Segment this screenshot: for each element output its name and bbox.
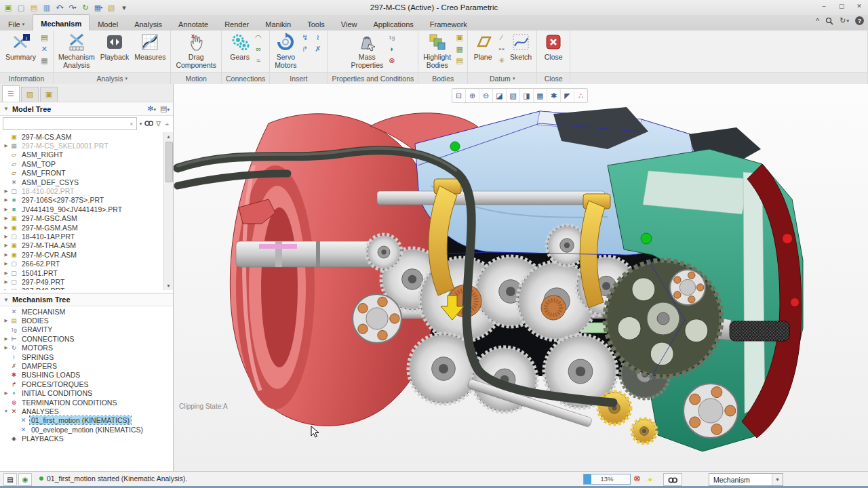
tab-manikin[interactable]: Manikin (257, 16, 299, 30)
tab-view[interactable]: View (333, 16, 366, 30)
tree-item-01-first-motion-kinematics-[interactable]: ✕01_first_motion (KINEMATICS) (0, 416, 173, 425)
cams-icon[interactable]: ◠ (254, 33, 264, 43)
expander-icon[interactable]: ▼ (3, 409, 9, 413)
web-browser-icon[interactable]: ◉ (18, 473, 32, 486)
component-info-icon[interactable]: ▤ (39, 33, 50, 43)
close-button[interactable]: Close (541, 31, 566, 62)
gear[interactable] (605, 260, 722, 377)
measure-tool-icon[interactable]: ✕ (39, 44, 50, 54)
expander-icon[interactable]: ▶ (3, 197, 9, 203)
tree-item-initial-conditions[interactable]: ▶◗INITIAL CONDITIONS (0, 389, 173, 398)
collapse-pane-icon[interactable]: ▼ (3, 297, 9, 303)
tree-item-asm-right[interactable]: ▱ASM_RIGHT (0, 150, 173, 159)
creo-icon[interactable]: ▣ (3, 2, 14, 13)
tree-item-297-106s-297-87s-prt[interactable]: ▶■297-106S<297-87S>.PRT (0, 196, 173, 205)
upper-shaft[interactable] (377, 191, 605, 205)
tree-item-297-p49-prt[interactable]: ▶▢297-P49.PRT (0, 277, 173, 286)
tree-item-connections[interactable]: ▶⊢CONNECTIONS (0, 334, 173, 343)
save-icon[interactable]: ▥ (41, 2, 52, 13)
drag-components-button[interactable]: xDrag Components (174, 31, 218, 70)
3d-contacts-icon[interactable]: ≈ (254, 56, 264, 66)
tree-item-asm-def-csys[interactable]: ✳ASM_DEF_CSYS (0, 178, 173, 186)
servo-motors-button[interactable]: Servo Motors (273, 31, 298, 70)
message-log-icon[interactable]: ▤ (3, 473, 17, 486)
point-icon[interactable]: ×× (496, 44, 507, 54)
summary-button[interactable]: iSummary (3, 31, 38, 62)
view-images-icon[interactable]: ▦ (534, 89, 547, 102)
redo-icon[interactable]: ↷▾ (67, 2, 78, 13)
windows-icon[interactable]: ▦▾ (93, 2, 104, 13)
expander-icon[interactable]: ▶ (3, 216, 9, 221)
tree-item-297-m-cvr-asm[interactable]: ▶▣297-M-CVR.ASM (0, 250, 173, 259)
saved-orientations-icon[interactable]: ◨ (520, 89, 534, 102)
mode-dropdown-icon[interactable]: ▼ (772, 474, 783, 485)
body-list-icon[interactable]: ▤ (454, 56, 465, 66)
model-tree-tab-icon[interactable]: ☰ (2, 85, 20, 102)
belts-icon[interactable]: ∞ (254, 44, 264, 54)
regenerate-icon[interactable]: ↻ (80, 2, 91, 13)
gravity-small-icon[interactable]: 1g (387, 33, 397, 43)
help-icon[interactable]: ? (855, 16, 864, 25)
expander-icon[interactable]: ▶ (3, 261, 9, 266)
springs-small-icon[interactable]: ≀ (313, 33, 323, 43)
filter-icon[interactable]: ∇ (156, 120, 161, 127)
bearing[interactable] (353, 294, 401, 343)
tree-item-analyses[interactable]: ▼✕ANALYSES (0, 407, 173, 415)
search-input[interactable] (3, 120, 127, 127)
sketch-button[interactable]: Sketch (508, 31, 534, 62)
expander-icon[interactable]: ▶ (3, 318, 9, 323)
tree-item-springs[interactable]: ≀SPRINGS (0, 352, 173, 361)
folder-browser-tab-icon[interactable]: ▨ (21, 87, 39, 102)
tree-item-bodies[interactable]: ▶▤BODIES (0, 316, 173, 325)
gear[interactable] (632, 419, 656, 443)
tree-item-266-62-prt[interactable]: ▶▢266-62.PRT (0, 259, 173, 268)
tree-item-motors[interactable]: ▶↻MOTORS (0, 344, 173, 352)
close-window-button[interactable]: ✕ (853, 1, 865, 11)
gears-button[interactable]: Gears (228, 31, 252, 62)
tree-item-18-410-1ap-prt[interactable]: ▶▢18-410-1AP.PRT (0, 232, 173, 241)
tree-item-15041-prt[interactable]: ▶▢15041.PRT (0, 268, 173, 277)
expander-icon[interactable]: ▶ (3, 336, 9, 342)
tree-item-dampers[interactable]: ✗DAMPERS (0, 361, 173, 370)
bearing[interactable] (670, 270, 705, 305)
tab-file[interactable]: File▾ (0, 16, 33, 30)
expander-icon[interactable]: ▶ (3, 207, 9, 212)
tab-applications[interactable]: Applications (365, 16, 421, 30)
tree-item-297-m-tha-asm[interactable]: ▶▣297-M-THA.ASM (0, 241, 173, 250)
tree-item-297-m-gsc-asm[interactable]: ▶▣297-M-GSC.ASM (0, 214, 173, 223)
customize-icon[interactable]: ▾ (119, 2, 130, 13)
display-style-icon[interactable]: ▧ (507, 89, 520, 102)
open-icon[interactable]: ▤ (28, 2, 39, 13)
restore-button[interactable]: ▢ (835, 1, 848, 11)
tab-mechanism[interactable]: Mechanism (33, 14, 90, 30)
tab-annotate[interactable]: Annotate (170, 16, 216, 30)
expander-icon[interactable]: ▶ (3, 390, 9, 396)
clear-icon[interactable]: × (127, 121, 136, 127)
tree-item-gravity[interactable]: 1gGRAVITY (0, 325, 173, 334)
tree-item-297-m-cs-skel0001-prt[interactable]: ▶▦297-M-CS_SKEL0001.PRT (0, 141, 173, 150)
mode-selector[interactable]: Mechanism ▼ (709, 473, 783, 486)
expander-icon[interactable]: ▶ (3, 188, 9, 194)
mass-properties-button[interactable]: Mass Properties (349, 31, 385, 70)
graphics-area[interactable]: ⊡⊕⊖◪▧◨▦✱◤∴ Clipping State:A (174, 84, 868, 471)
tab-tools[interactable]: Tools (299, 16, 333, 30)
expander-icon[interactable]: ▶ (3, 279, 9, 285)
expander-icon[interactable]: ▶ (3, 288, 9, 290)
repaint-icon[interactable]: ◪ (493, 89, 507, 102)
expander-icon[interactable]: ▶ (3, 234, 9, 239)
output-shaft-knurl[interactable] (730, 321, 789, 341)
undo-icon[interactable]: ↶▾ (54, 2, 65, 13)
stop-analysis-icon[interactable]: ⊗ (633, 474, 641, 483)
spin-center-icon[interactable]: ∴ (574, 89, 587, 102)
group-label-row[interactable]: Analysis▾ (54, 72, 170, 84)
zoom-in-icon[interactable]: ⊕ (466, 89, 479, 102)
body-new-icon[interactable]: ▣ (454, 33, 465, 43)
sync-icon[interactable]: ↻▾ (840, 16, 849, 25)
dropdown-caret-icon[interactable]: ▾ (140, 121, 142, 127)
plane-button[interactable]: Plane (471, 31, 495, 62)
tree-item-forces-torques[interactable]: ↱FORCES/TORQUES (0, 380, 173, 388)
zoom-out-icon[interactable]: ⊖ (479, 89, 493, 102)
scroll-down-icon[interactable]: ▼ (164, 281, 173, 290)
expander-icon[interactable]: ▶ (3, 345, 9, 350)
expander-icon[interactable]: ▶ (3, 243, 9, 248)
